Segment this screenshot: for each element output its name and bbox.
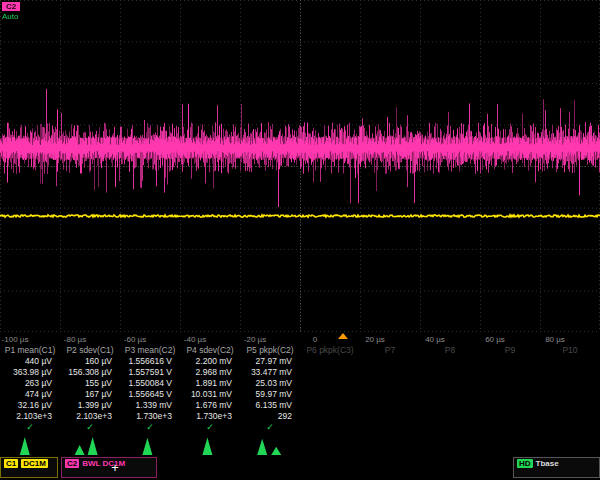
measurement-row: 440 µV160 µV1.556616 V2.200 mV27.97 mV xyxy=(0,356,600,367)
c1-coupling-chip: DC1M xyxy=(21,459,48,468)
time-label: 80 µs xyxy=(545,335,565,344)
measurement-value xyxy=(420,400,480,411)
measurement-value: 27.97 mV xyxy=(240,356,300,367)
measurement-value: 6.135 mV xyxy=(240,400,300,411)
measurement-value: 2.200 mV xyxy=(180,356,240,367)
param-header[interactable]: P9 xyxy=(480,345,540,356)
time-axis: -100 µs-80 µs-60 µs-40 µs-20 µs020 µs40 … xyxy=(0,332,600,345)
measurement-value: 474 µV xyxy=(0,389,60,400)
measurement-row: 32.16 µV1.399 µV1.339 mV1.676 mV6.135 mV xyxy=(0,400,600,411)
param-header[interactable]: P8 xyxy=(420,345,480,356)
waveform-display[interactable] xyxy=(0,0,600,332)
measurement-value: 10.031 mV xyxy=(180,389,240,400)
measurement-value xyxy=(480,389,540,400)
trigger-status-text: Auto xyxy=(2,12,20,21)
measurement-value: 1.339 mV xyxy=(120,400,180,411)
time-label: -80 µs xyxy=(64,335,86,344)
measurement-value: 1.730e+3 xyxy=(180,411,240,422)
histicon-p4 xyxy=(180,430,240,456)
measurement-value: 32.16 µV xyxy=(0,400,60,411)
measurement-value xyxy=(420,389,480,400)
measurement-value: 440 µV xyxy=(0,356,60,367)
measurement-value: 25.03 mV xyxy=(240,378,300,389)
param-header[interactable]: P6 pkpk(C3) xyxy=(300,345,360,356)
oscilloscope-screen: C2 Auto -100 µs-80 µs-60 µs-40 µs-20 µs0… xyxy=(0,0,600,480)
c2-indicator-chip: C2 xyxy=(2,2,20,11)
measurement-value xyxy=(480,367,540,378)
measurement-value xyxy=(360,378,420,389)
timebase-title-line: HDTbase xyxy=(517,459,596,477)
param-header[interactable]: P4 sdev(C2) xyxy=(180,345,240,356)
measurement-value xyxy=(420,411,480,422)
histicon-p3 xyxy=(120,430,180,456)
measurement-value xyxy=(540,356,600,367)
histicons-row xyxy=(0,430,600,456)
measurement-value xyxy=(480,411,540,422)
measurement-value xyxy=(480,378,540,389)
measurement-value xyxy=(360,389,420,400)
measurement-value: 155 µV xyxy=(60,378,120,389)
measurement-value: 2.968 mV xyxy=(180,367,240,378)
measurement-value xyxy=(540,367,600,378)
param-header[interactable]: P7 xyxy=(360,345,420,356)
time-label: -100 µs xyxy=(2,335,29,344)
time-label: 20 µs xyxy=(365,335,385,344)
timebase-descriptor[interactable]: HDTbase 12 Bits 20.0 µs/div xyxy=(513,457,600,478)
param-header[interactable]: P2 sdev(C1) xyxy=(60,345,120,356)
measurement-row: 2.103e+32.103e+31.730e+31.730e+3292 xyxy=(0,411,600,422)
measurement-value xyxy=(300,356,360,367)
measurement-value: 292 xyxy=(240,411,300,422)
measurement-value xyxy=(480,356,540,367)
time-label: -40 µs xyxy=(184,335,206,344)
measurement-value: 160 µV xyxy=(60,356,120,367)
time-label: 40 µs xyxy=(425,335,445,344)
measurement-value: 59.97 mV xyxy=(240,389,300,400)
measurement-value xyxy=(540,400,600,411)
measurement-value: 1.399 µV xyxy=(60,400,120,411)
measurement-value xyxy=(300,411,360,422)
measurement-value xyxy=(360,411,420,422)
c1-descriptor-title: C1DC1M xyxy=(4,459,54,477)
measurement-row: 263 µV155 µV1.550084 V1.891 mV25.03 mV xyxy=(0,378,600,389)
c1-channel-chip: C1 xyxy=(4,459,18,468)
measurement-value: 2.103e+3 xyxy=(0,411,60,422)
param-header[interactable]: P5 pkpk(C2) xyxy=(240,345,300,356)
measurement-value: 1.556645 V xyxy=(120,389,180,400)
histicon-p2 xyxy=(60,430,120,456)
status-overlay: C2 Auto xyxy=(2,2,20,21)
measurement-row: 474 µV167 µV1.556645 V10.031 mV59.97 mV xyxy=(0,389,600,400)
measurement-value xyxy=(300,400,360,411)
measurement-value: 1.891 mV xyxy=(180,378,240,389)
time-label: 0 xyxy=(313,335,317,344)
param-header[interactable]: P3 mean(C2) xyxy=(120,345,180,356)
measurement-value xyxy=(540,378,600,389)
timebase-title: Tbase xyxy=(536,459,559,468)
measurement-value: 263 µV xyxy=(0,378,60,389)
param-header[interactable]: P1 mean(C1) xyxy=(0,345,60,356)
measurement-value: 1.730e+3 xyxy=(120,411,180,422)
measurement-value: 156.308 µV xyxy=(60,367,120,378)
measurement-value: 1.557591 V xyxy=(120,367,180,378)
measurement-value: 167 µV xyxy=(60,389,120,400)
measurement-header-row: P1 mean(C1)P2 sdev(C1)P3 mean(C2)P4 sdev… xyxy=(0,345,600,356)
trigger-position-marker[interactable] xyxy=(338,333,348,339)
c1-descriptor[interactable]: C1DC1M 0 mV 10.0 mV xyxy=(0,457,58,478)
measurement-value xyxy=(540,389,600,400)
time-label: 60 µs xyxy=(485,335,505,344)
measurement-value xyxy=(480,400,540,411)
bottom-bar: C1DC1M 0 mV 10.0 mV C2BWL DC1M + HDTbase… xyxy=(0,457,600,480)
measurement-value: 2.103e+3 xyxy=(60,411,120,422)
param-header[interactable]: P10 xyxy=(540,345,600,356)
hd-mode-chip: HD xyxy=(517,459,533,468)
measurement-value: 1.556616 V xyxy=(120,356,180,367)
measurement-table: P1 mean(C1)P2 sdev(C1)P3 mean(C2)P4 sdev… xyxy=(0,345,600,433)
histicon-p1 xyxy=(0,430,60,456)
measurement-value: 1.676 mV xyxy=(180,400,240,411)
histicon-p5 xyxy=(240,430,300,456)
time-label: -20 µs xyxy=(244,335,266,344)
measurement-value xyxy=(360,356,420,367)
measurement-value xyxy=(360,367,420,378)
add-trace-button[interactable]: + xyxy=(108,461,122,475)
time-label: -60 µs xyxy=(124,335,146,344)
measurement-value xyxy=(300,389,360,400)
